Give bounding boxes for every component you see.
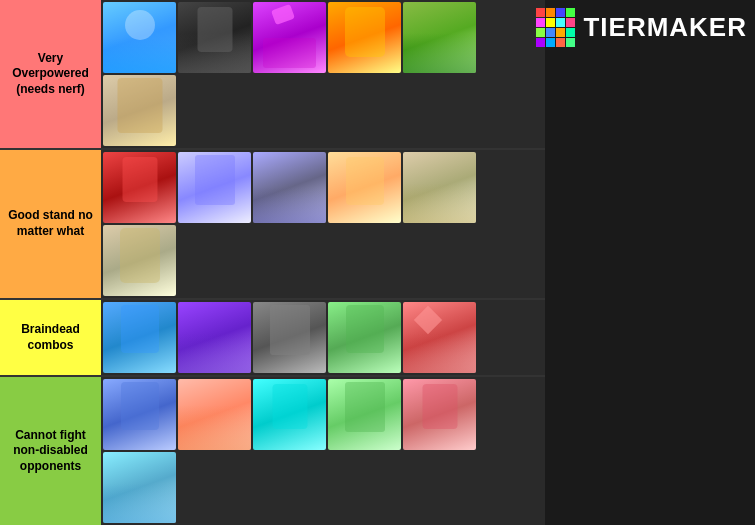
tier-label-c: Cannot fight non-disabled opponents: [0, 377, 101, 525]
tier-label-b: Braindead combos: [0, 300, 101, 375]
list-item: [328, 302, 401, 373]
list-item: [328, 152, 401, 223]
tiermaker-logo-area: TiERMaKeR: [536, 8, 747, 47]
tier-items-b: [101, 300, 545, 375]
list-item: [178, 302, 251, 373]
list-item: [328, 2, 401, 73]
list-item: [253, 302, 326, 373]
tier-items-s: [101, 0, 545, 148]
logo-grid-icon: [536, 8, 575, 47]
list-item: [103, 152, 176, 223]
list-item: [253, 2, 326, 73]
list-item: [403, 379, 476, 450]
list-item: [103, 2, 176, 73]
tier-label-a: Good stand no matter what: [0, 150, 101, 298]
list-item: [103, 225, 176, 296]
tiermaker-text: TiERMaKeR: [583, 12, 747, 43]
tier-row-c: Cannot fight non-disabled opponents: [0, 377, 545, 525]
list-item: [178, 2, 251, 73]
list-item: [253, 379, 326, 450]
list-item: [178, 152, 251, 223]
list-item: [103, 75, 176, 146]
list-item: [403, 2, 476, 73]
list-item: [103, 452, 176, 523]
list-item: [178, 379, 251, 450]
list-item: [403, 152, 476, 223]
tier-row-a: Good stand no matter what: [0, 150, 545, 300]
tier-list: Very Overpowered (needs nerf): [0, 0, 545, 525]
list-item: [403, 302, 476, 373]
list-item: [253, 152, 326, 223]
tier-row-s: Very Overpowered (needs nerf): [0, 0, 545, 150]
tier-items-c: [101, 377, 545, 525]
list-item: [103, 379, 176, 450]
tier-items-a: [101, 150, 545, 298]
list-item: [328, 379, 401, 450]
tier-label-s: Very Overpowered (needs nerf): [0, 0, 101, 148]
tier-row-b: Braindead combos: [0, 300, 545, 377]
list-item: [103, 302, 176, 373]
